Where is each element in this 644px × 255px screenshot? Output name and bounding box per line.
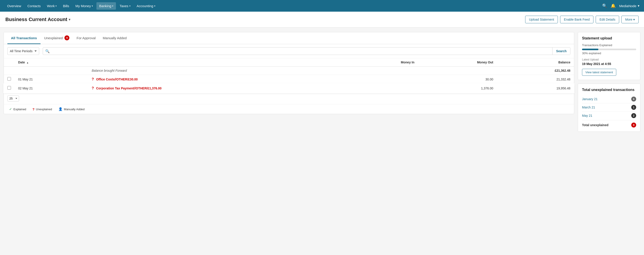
pct-label: 30% explained — [582, 52, 636, 55]
nav-contacts[interactable]: Contacts — [25, 2, 44, 10]
enable-bank-feed-button[interactable]: Enable Bank Feed — [560, 16, 594, 23]
month-mar21[interactable]: March 21 — [582, 106, 595, 109]
list-item: January 21 6 — [582, 95, 636, 103]
upload-statement-button[interactable]: Upload Statement — [525, 16, 558, 23]
edit-details-button[interactable]: Edit Details — [596, 16, 619, 23]
nav-accounting-chevron-icon: ▾ — [154, 5, 155, 7]
total-unexplained-card: Total unexplained transactions January 2… — [578, 84, 640, 132]
count-mar21: 1 — [631, 105, 636, 110]
total-unexplained-row: Total unexplained 9 — [582, 120, 636, 128]
row-balance: 19,956.48 — [497, 84, 574, 93]
legend-unexplained-label: Unexplained — [36, 108, 52, 111]
view-statement-label: View latest statement — [585, 71, 613, 74]
total-unexplained-count: 9 — [631, 123, 636, 128]
row-description[interactable]: ? Corporation Tax Payment//OTHER/£1,376.… — [88, 84, 348, 93]
tab-unexplained[interactable]: Unexplained 9 — [40, 32, 73, 44]
th-money-in: Money In — [348, 58, 418, 67]
header-buttons: Upload Statement Enable Bank Feed Edit D… — [525, 16, 639, 23]
statement-upload-title: Statement upload — [582, 36, 636, 40]
tab-manually-added-label: Manually Added — [103, 36, 127, 40]
nav-accounting[interactable]: Accounting ▾ — [134, 2, 158, 10]
nav-contacts-label: Contacts — [28, 4, 41, 8]
progress-bar-fill — [582, 49, 598, 50]
upload-statement-label: Upload Statement — [529, 18, 554, 21]
unexplained-list: January 21 6 March 21 1 May 21 2 — [582, 95, 636, 120]
row-date: 01 May 21 — [14, 75, 88, 84]
date-header-label: Date — [18, 61, 25, 64]
nav-taxes-label: Taxes — [120, 4, 128, 8]
search-button[interactable]: Search — [552, 48, 570, 55]
explained-check-icon: ✓ — [9, 107, 12, 111]
nav-overview[interactable]: Overview — [4, 2, 24, 10]
tab-all-transactions-label: All Transactions — [11, 36, 37, 40]
nav-my-money-label: My Money — [76, 4, 91, 8]
row-money-out: 30.00 — [418, 75, 497, 84]
row-checkbox[interactable] — [8, 77, 11, 81]
row-checkbox[interactable] — [8, 86, 11, 90]
page-title[interactable]: Business Current Account ▾ — [5, 17, 70, 23]
row-desc-text[interactable]: Corporation Tax Payment//OTHER/£1,376.00 — [96, 87, 161, 90]
total-unexplained-title: Total unexplained transactions — [582, 88, 636, 92]
unexplained-icon: ? — [92, 77, 94, 81]
unexplained-badge: 9 — [64, 35, 69, 40]
nav-work[interactable]: Work ▾ — [44, 2, 60, 10]
row-money-in — [348, 84, 418, 93]
nav-work-label: Work — [47, 4, 55, 8]
balance-forward-desc: Balance brought Forward — [88, 67, 348, 75]
transactions-panel: All Transactions Unexplained 9 For Appro… — [4, 32, 574, 114]
page-size-select[interactable]: 25 50 100 — [8, 95, 19, 102]
tab-for-approval[interactable]: For Approval — [73, 32, 99, 44]
page-title-chevron-icon: ▾ — [69, 18, 70, 21]
latest-upload-date: 19 May 2021 at 4:55 — [582, 62, 636, 66]
count-may21: 2 — [631, 113, 636, 118]
th-date[interactable]: Date ▲ — [14, 58, 88, 67]
tab-manually-added[interactable]: Manually Added — [99, 32, 130, 44]
progress-bar-bg — [582, 49, 636, 50]
tab-unexplained-label: Unexplained — [44, 36, 63, 40]
table-row: 02 May 21 ? Corporation Tax Payment//OTH… — [4, 84, 574, 93]
row-balance: 21,332.48 — [497, 75, 574, 84]
tab-all-transactions[interactable]: All Transactions — [8, 32, 40, 44]
period-select[interactable]: All Time Periods Last 30 Days Last 3 Mon… — [8, 47, 39, 55]
month-may21[interactable]: May 21 — [582, 114, 592, 117]
row-date: 02 May 21 — [14, 84, 88, 93]
legend-manually-added-label: Manually Added — [64, 108, 85, 111]
nav-my-money[interactable]: My Money ▾ — [73, 2, 96, 10]
th-description — [88, 58, 348, 67]
nav-banking-label: Banking — [99, 4, 111, 8]
search-icon[interactable]: 🔍 — [602, 3, 607, 8]
month-jan21[interactable]: January 21 — [582, 97, 598, 101]
row-desc-text[interactable]: Office Costs//OTHER/£30.00 — [96, 78, 138, 81]
top-nav-right: 🔍 🔔 MediaNode ▾ — [602, 3, 640, 8]
user-menu[interactable]: MediaNode ▾ — [619, 4, 640, 8]
bell-icon[interactable]: 🔔 — [611, 3, 616, 8]
legend-explained: ✓ Explained — [9, 107, 26, 111]
more-label: More — [625, 18, 632, 21]
list-item: May 21 2 — [582, 112, 636, 120]
nav-work-chevron-icon: ▾ — [56, 5, 56, 7]
filter-bar: All Time Periods Last 30 Days Last 3 Mon… — [4, 44, 574, 58]
nav-overview-label: Overview — [7, 4, 21, 8]
view-latest-statement-button[interactable]: View latest statement — [582, 69, 616, 76]
user-label: MediaNode — [619, 4, 636, 8]
row-money-in — [348, 75, 418, 84]
transactions-explained-label: Transactions Explained — [582, 44, 636, 47]
th-money-out: Money Out — [418, 58, 497, 67]
row-description[interactable]: ? Office Costs//OTHER/£30.00 — [88, 75, 348, 84]
nav-banking[interactable]: Banking ▾ — [96, 2, 116, 10]
nav-taxes-chevron-icon: ▾ — [129, 5, 130, 7]
nav-banking-chevron-icon: ▾ — [112, 5, 113, 7]
nav-accounting-label: Accounting — [137, 4, 153, 8]
tabs: All Transactions Unexplained 9 For Appro… — [4, 32, 574, 44]
more-button[interactable]: More ▾ — [622, 16, 639, 23]
balance-forward-row: Balance brought Forward £21,362.48 — [4, 67, 574, 75]
row-money-out: 1,376.00 — [418, 84, 497, 93]
nav-taxes[interactable]: Taxes ▾ — [117, 2, 133, 10]
nav-bills[interactable]: Bills — [60, 2, 72, 10]
page-title-text: Business Current Account — [5, 17, 67, 23]
sidebar: Statement upload Transactions Explained … — [578, 32, 640, 132]
legend-bar: ✓ Explained ? Unexplained 👤 Manually Add… — [4, 104, 574, 114]
latest-upload-label: Latest Upload — [582, 58, 636, 61]
search-input[interactable] — [52, 48, 552, 55]
nav-items: Overview Contacts Work ▾ Bills My Money … — [4, 2, 602, 10]
